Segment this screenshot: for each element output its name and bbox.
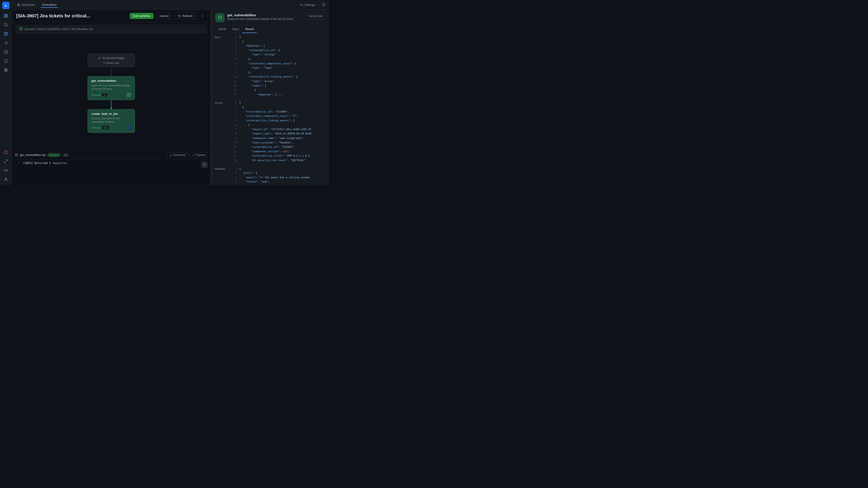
task-2-expand-button[interactable] [127,125,131,130]
svg-rect-2 [4,16,5,18]
svg-rect-0 [4,14,5,15]
code-line: 14 "mappings": { ... [230,92,329,97]
code-line: 9 }, [230,70,329,75]
status-bar: Success | Start at 11/28/2024, 9:01:17 A… [16,25,207,33]
content-area: [SIA-3907] Jira tickets for critical... … [12,10,329,185]
log-time-badge: 1s [62,153,69,157]
right-header: get_vulnerabilites Query for new vulnera… [212,10,329,26]
sidebar: ▲ [0,0,12,185]
task-node-footer: Success 1s [91,93,131,97]
tab-input[interactable]: Input [229,26,242,33]
log-line-number: 1 [15,162,20,165]
sidebar-item-workflows[interactable] [2,12,10,20]
expand-log-button[interactable]: Expand [189,152,208,158]
code-line: 12 "component.version": null, [230,149,329,154]
workflow-canvas: On demand trigger 5 minutes ago get_vuln… [12,36,211,150]
sidebar-item-settings[interactable] [2,166,10,174]
code-line: 3 "query": "// The query has a rolling w… [230,175,329,180]
code-line: 11 "type": "array", [230,79,329,84]
trigger-header: On demand trigger [91,57,131,60]
svg-marker-25 [98,57,100,59]
trigger-node[interactable]: On demand trigger 5 minutes ago [88,54,135,67]
tab-detail[interactable]: Detail [215,26,229,33]
svg-point-23 [202,17,203,17]
code-line: 1{ [230,166,329,171]
left-panel: [SIA-3907] Jira tickets for critical... … [12,10,211,185]
copy-log-button[interactable] [201,162,208,168]
log-actions: Download Expand [167,152,208,158]
settings-button[interactable]: Settings [300,3,319,6]
result-tabs: Detail Input Result [212,26,329,33]
sidebar-item-alert[interactable] [2,148,10,156]
svg-point-19 [5,178,6,179]
code-line: 1[ [230,101,329,105]
result-label-types: types [212,33,230,98]
code-line: 5 "queryId": "1c4c7f00-782f-403c-b83f-3a… [230,184,329,185]
notification-icon[interactable] [322,3,326,7]
code-line: 6 }, [230,57,329,61]
code-line: 7 "vulnerable_components_count": { [230,61,329,66]
tab-result[interactable]: Result [242,26,257,33]
code-line: 14 "dt.security.risk.level": "CRITICAL" [230,158,329,163]
result-section-types: types 1[ 2 { 3 "mappings": { 4 "vulnerab… [212,33,329,99]
code-line: 7 "object.id": "37c373c7-44cc-4c84-a101-… [230,127,329,132]
result-section-records: records 1[ 2 { 3 "vulnerability.id": "21… [212,99,329,164]
result-label-metadata: metadata [212,165,230,185]
code-line: 5 "type": "string" [230,53,329,57]
sidebar-item-search[interactable] [2,21,10,29]
connector-1 [111,67,112,76]
sidebar-item-apps[interactable] [2,66,10,74]
svg-point-4 [4,23,7,26]
sidebar-item-monitor[interactable] [2,48,10,56]
workflow-header: [SIA-3907] Jira tickets for critical... … [12,10,211,22]
code-line: 12 "types": [ [230,84,329,88]
code-line: 8 "type": "long" [230,66,329,70]
sidebar-item-user[interactable] [2,175,10,184]
svg-line-16 [6,160,7,161]
app-logo: ▲ [2,2,9,9]
sidebar-item-data[interactable] [2,30,10,38]
right-panel-title: get_vulnerabilites [227,13,294,17]
refresh-button[interactable]: Refresh [175,13,196,19]
edit-workflow-button[interactable]: Edit workflow [130,13,153,19]
sidebar-item-list[interactable] [2,39,10,47]
code-line: 11 "vulnerability.id": "211669", [230,145,329,149]
status-text: Success | Start at 11/28/2024, 9:01:17 A… [25,28,93,31]
code-line: 10 "event.provider": "Tenable", [230,140,329,145]
svg-line-35 [192,155,193,156]
code-line: 9 "component.name": "cpe:/a:php:php", [230,136,329,140]
code-line: 3 "mappings": { [230,43,329,48]
nav-executions[interactable]: Executions [40,2,59,8]
svg-line-26 [129,94,130,95]
sidebar-item-shield[interactable] [2,57,10,65]
connector-2 [111,100,112,109]
canvas-content: On demand trigger 5 minutes ago get_vuln… [88,54,135,133]
svg-point-22 [202,16,203,16]
svg-point-18 [5,170,6,171]
task-node-2-desc: Create a Jira ticket for the vulnerabili… [91,117,131,124]
cancel-task-button[interactable]: Cancel task [305,13,326,19]
log-panel: get_vulnerabilites log Success 1s Downlo… [12,150,211,185]
code-line: 2 { [230,105,329,109]
nav-workflows[interactable]: Workflows [16,2,37,7]
code-line: 8 "ingest_time": "2024-11-28T04:54:34.55… [230,131,329,136]
status-badge: Success [91,94,101,96]
svg-rect-1 [6,14,7,15]
download-button[interactable]: Download [167,152,188,158]
more-options-button[interactable] [199,13,206,19]
svg-point-37 [218,16,222,17]
task-node-title: get_vulnerabilites [91,79,131,83]
right-panel: get_vulnerabilites Query for new vulnera… [212,10,329,185]
code-line: 10 "vulnerability_finding_events": { [230,74,329,79]
right-header-left: get_vulnerabilites Query for new vulnera… [215,13,294,22]
task-node-get-vulnerabilities[interactable]: get_vulnerabilites Query for new vulnera… [88,76,135,100]
cancel-button[interactable]: Cancel [156,13,172,19]
task-expand-button[interactable] [127,93,131,97]
task-status: Success 1s [91,93,107,96]
result-label-records: records [212,99,230,164]
task-node-create-jira[interactable]: create_task_in_jira Create a Jira ticket… [88,109,135,133]
svg-line-28 [129,127,130,128]
result-section-metadata: metadata 1{ 2 "grail": { 3 "query": "// … [212,165,329,185]
code-line: 4 "locale": "und", [230,180,329,184]
sidebar-item-expand[interactable] [2,157,10,165]
